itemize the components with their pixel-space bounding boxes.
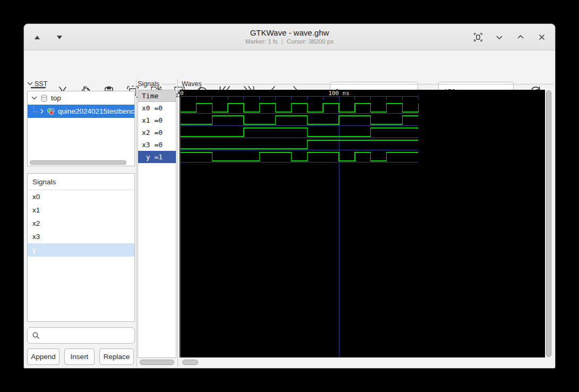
tree-connector: [33, 106, 38, 112]
wave-hscroll-thumb[interactable]: [182, 360, 198, 365]
insert-button[interactable]: Insert: [64, 348, 95, 365]
wave-y: [181, 152, 419, 161]
tree-node-label: quine20240215testbenc: [58, 107, 134, 115]
pane-splitter-left[interactable]: [136, 79, 137, 367]
signals-frame-label: Signals: [138, 80, 176, 88]
wave-x2: [181, 128, 419, 137]
close-icon[interactable]: [536, 31, 548, 43]
pane-splitter-right[interactable]: [177, 79, 178, 367]
wave-x3: [181, 140, 419, 149]
toolbar: From: To:: [24, 50, 555, 78]
signal-hscroll-thumb[interactable]: [140, 360, 174, 365]
gtkwave-window: GTKWave - wave.ghw Marker: 1 fs|Cursor: …: [23, 23, 556, 369]
minimize-icon[interactable]: [493, 31, 505, 43]
signal-search[interactable]: [27, 327, 135, 344]
append-button[interactable]: Append: [27, 348, 59, 365]
signal-row-selected[interactable]: y =1: [138, 151, 176, 163]
timeline-major-label: 100 ns: [328, 90, 350, 97]
signal-name-panel: Time x0 =0 x1 =0 x2 =0 x3 =0 y =1: [138, 90, 176, 358]
wave-canvas[interactable]: 0100 ns: [180, 90, 545, 357]
facilities-panel: Signals x0 x1 x2 x3 y: [27, 173, 135, 322]
time-header[interactable]: Time: [138, 90, 176, 102]
sst-expander-icon[interactable]: [27, 82, 33, 86]
waves-frame-label: Waves: [182, 80, 554, 88]
cursor-status: Cursor: 38200 ps: [287, 38, 334, 45]
sst-frame-label: SST: [27, 80, 133, 88]
titlebar[interactable]: GTKWave - wave.ghw Marker: 1 fs|Cursor: …: [24, 24, 555, 50]
wave-x0: [181, 104, 419, 112]
cylinder-icon: [40, 94, 48, 103]
maximize-icon[interactable]: [515, 31, 526, 43]
module-balls-icon: [47, 107, 55, 116]
facility-row[interactable]: x3: [28, 230, 134, 243]
sst-hscroll-thumb[interactable]: [30, 160, 126, 165]
tree-node-quine[interactable]: quine20240215testbenc: [28, 105, 134, 118]
fit-window-icon[interactable]: [472, 31, 484, 43]
signal-row[interactable]: x2 =0: [138, 126, 176, 139]
signal-row[interactable]: x0 =0: [138, 102, 176, 114]
facility-row[interactable]: x2: [28, 217, 134, 230]
sst-tree: top quine20240215testbenc: [27, 91, 135, 166]
replace-button[interactable]: Replace: [99, 348, 134, 365]
signal-row[interactable]: x3 =0: [138, 139, 176, 151]
desktop: GTKWave - wave.ghw Marker: 1 fs|Cursor: …: [0, 0, 579, 392]
facility-row-selected[interactable]: y: [28, 243, 134, 257]
expander-down-icon[interactable]: [31, 96, 37, 100]
facility-row[interactable]: x0: [28, 190, 134, 203]
tree-node-label: top: [51, 94, 61, 102]
tree-node-top[interactable]: top: [28, 91, 134, 105]
facilities-header: Signals: [28, 174, 134, 190]
wave-vscroll-thumb[interactable]: [546, 90, 551, 357]
search-icon: [32, 331, 40, 340]
facility-row[interactable]: x1: [28, 203, 134, 217]
signal-row[interactable]: x1 =0: [138, 114, 176, 126]
expander-right-icon[interactable]: [40, 108, 44, 114]
timeline-start-label: 0: [180, 90, 184, 97]
wave-x1: [181, 116, 419, 124]
marker-status: Marker: 1 fs: [245, 38, 278, 45]
